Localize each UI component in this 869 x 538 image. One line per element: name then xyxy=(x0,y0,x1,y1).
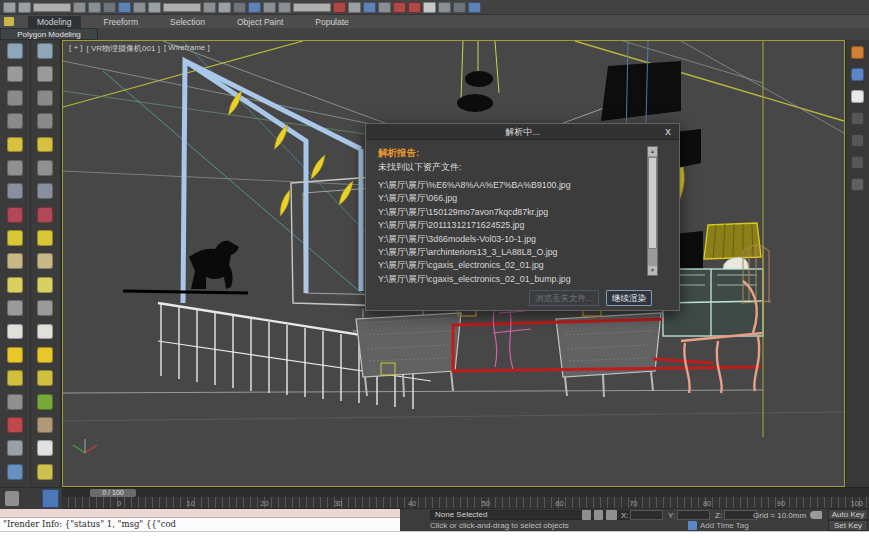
left-toolbar-icon[interactable] xyxy=(37,137,53,153)
close-icon[interactable]: X xyxy=(665,124,671,140)
left-toolbar-icon[interactable] xyxy=(7,324,23,340)
right-toolbar-icon[interactable] xyxy=(851,134,864,147)
y-coordinate-field[interactable] xyxy=(677,510,710,520)
toolbar-icon[interactable] xyxy=(103,2,116,13)
left-toolbar-icon[interactable] xyxy=(7,160,23,176)
left-toolbar-icon[interactable] xyxy=(37,183,53,199)
isolate-selection-icon[interactable] xyxy=(582,510,591,520)
viewport-menu-plus[interactable]: [ + ] xyxy=(69,43,83,54)
right-toolbar-icon[interactable] xyxy=(851,156,864,169)
left-toolbar-icon[interactable] xyxy=(37,113,53,129)
left-toolbar-icon[interactable] xyxy=(7,90,23,106)
left-toolbar-icon[interactable] xyxy=(37,464,53,480)
left-toolbar-icon[interactable] xyxy=(37,324,53,340)
left-toolbar-icon[interactable] xyxy=(7,43,23,59)
track-bar[interactable]: 0102030405060708090100 xyxy=(62,497,869,509)
left-toolbar-icon[interactable] xyxy=(7,137,23,153)
dialog-title-bar[interactable]: 解析中... X xyxy=(366,124,679,140)
right-toolbar-icon[interactable] xyxy=(851,68,864,81)
selection-lock-icon[interactable] xyxy=(594,510,603,520)
toolbar-icon[interactable] xyxy=(248,2,261,13)
continue-button[interactable]: 继续渲染 xyxy=(606,290,652,306)
toolbar-icon[interactable] xyxy=(293,3,331,12)
left-toolbar-icon[interactable] xyxy=(7,207,23,223)
left-toolbar-icon[interactable] xyxy=(7,183,23,199)
viewport-camera-menu[interactable]: [ VR物理摄像机001 ] xyxy=(87,43,160,54)
toolbar-icon[interactable] xyxy=(233,2,246,13)
left-toolbar-icon[interactable] xyxy=(7,66,23,82)
ribbon-tab[interactable]: Modeling xyxy=(28,16,81,28)
x-coordinate-field[interactable] xyxy=(630,510,663,520)
left-toolbar-icon[interactable] xyxy=(37,207,53,223)
toolbar-icon[interactable] xyxy=(438,2,451,13)
toolbar-icon[interactable] xyxy=(423,2,436,13)
polygon-modeling-panel[interactable]: Polygon Modeling xyxy=(0,28,98,40)
toolbar-icon[interactable] xyxy=(18,2,31,13)
toolbar-icon[interactable] xyxy=(453,2,466,13)
absolute-mode-icon[interactable] xyxy=(606,510,617,520)
toolbar-icon[interactable] xyxy=(378,2,391,13)
set-keys-icon[interactable] xyxy=(810,511,822,519)
left-toolbar-icon[interactable] xyxy=(37,230,53,246)
left-toolbar-icon[interactable] xyxy=(7,253,23,269)
left-toolbar-icon[interactable] xyxy=(37,300,53,316)
left-toolbar-icon[interactable] xyxy=(37,347,53,363)
listener-macro-line[interactable] xyxy=(0,509,400,518)
toolbar-icon[interactable] xyxy=(203,2,216,13)
left-toolbar-icon[interactable] xyxy=(37,370,53,386)
left-toolbar-icon[interactable] xyxy=(37,90,53,106)
toolbar-icon[interactable] xyxy=(393,2,406,13)
left-toolbar-icon[interactable] xyxy=(7,370,23,386)
scrollbar-thumb[interactable] xyxy=(648,157,657,249)
toolbar-icon[interactable] xyxy=(408,2,421,13)
left-toolbar-icon[interactable] xyxy=(7,277,23,293)
viewport-shading-menu[interactable]: [ Wireframe ] xyxy=(164,43,210,54)
toolbar-icon[interactable] xyxy=(73,2,86,13)
left-toolbar-icon[interactable] xyxy=(7,230,23,246)
left-toolbar-icon[interactable] xyxy=(37,43,53,59)
left-toolbar-icon[interactable] xyxy=(7,464,23,480)
toolbar-icon[interactable] xyxy=(218,2,231,13)
left-toolbar-icon[interactable] xyxy=(7,300,23,316)
toolbar-icon[interactable] xyxy=(468,2,481,13)
right-toolbar-icon[interactable] xyxy=(851,90,864,103)
toolbar-icon[interactable] xyxy=(148,2,161,13)
left-toolbar-icon[interactable] xyxy=(37,66,53,82)
left-toolbar-icon[interactable] xyxy=(37,440,53,456)
dialog-scrollbar[interactable]: ▲ ▼ xyxy=(647,146,658,276)
left-toolbar-icon[interactable] xyxy=(37,417,53,433)
maxscript-listener-icon[interactable] xyxy=(42,489,59,508)
toolbar-icon[interactable] xyxy=(3,2,16,13)
left-toolbar-icon[interactable] xyxy=(37,253,53,269)
left-toolbar-icon[interactable] xyxy=(7,394,23,410)
toolbar-icon[interactable] xyxy=(363,2,376,13)
right-toolbar-icon[interactable] xyxy=(851,112,864,125)
maxscript-mini-listener[interactable]: "Irender Info: {"status" 1, "msg" {{"cod xyxy=(0,509,400,531)
scroll-up-icon[interactable]: ▲ xyxy=(648,147,657,156)
selection-filter-icon[interactable] xyxy=(5,491,19,506)
left-toolbar-icon[interactable] xyxy=(37,394,53,410)
ribbon-tab[interactable]: Populate xyxy=(306,16,358,28)
time-slider-handle[interactable]: 0 / 100 xyxy=(90,489,136,497)
chandelier[interactable] xyxy=(457,41,499,112)
ribbon-corner-icon[interactable] xyxy=(4,17,14,26)
add-time-tag[interactable]: Add Time Tag xyxy=(700,521,749,530)
auto-key-button[interactable]: Auto Key xyxy=(828,509,868,520)
toolbar-icon[interactable] xyxy=(348,2,361,13)
left-toolbar-icon[interactable] xyxy=(7,440,23,456)
toolbar-icon[interactable] xyxy=(133,2,146,13)
time-slider[interactable]: 0 / 100 xyxy=(62,487,869,497)
time-tag-icon[interactable] xyxy=(688,521,697,530)
toolbar-icon[interactable] xyxy=(263,2,276,13)
toolbar-icon[interactable] xyxy=(333,2,346,13)
browse-missing-files-button[interactable]: 浏览丢失文件... xyxy=(529,290,599,306)
toolbar-icon[interactable] xyxy=(278,2,291,13)
sofa-wireframes[interactable] xyxy=(356,313,661,397)
left-toolbar-icon[interactable] xyxy=(7,347,23,363)
left-toolbar-icon[interactable] xyxy=(37,160,53,176)
ribbon-tab[interactable]: Freeform xyxy=(95,16,147,28)
listener-output-line[interactable]: "Irender Info: {"status" 1, "msg" {{"cod xyxy=(0,518,400,531)
ribbon-tab[interactable]: Selection xyxy=(161,16,214,28)
toolbar-icon[interactable] xyxy=(163,3,201,12)
toolbar-icon[interactable] xyxy=(33,3,71,12)
